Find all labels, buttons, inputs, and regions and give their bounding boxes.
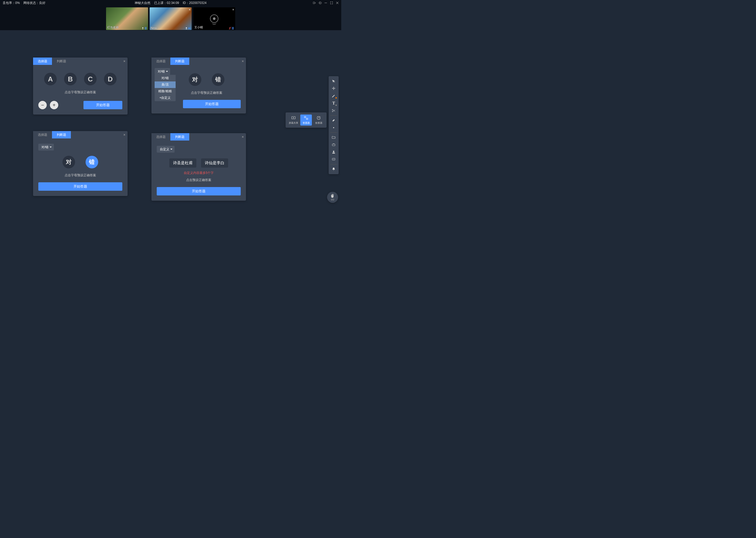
hand-count: 0/2 bbox=[331, 198, 334, 201]
svg-text:A: A bbox=[305, 117, 306, 118]
class-title: 神秘大自然 bbox=[135, 1, 150, 5]
fullscreen-icon[interactable] bbox=[330, 1, 333, 5]
tab-truefalse[interactable]: 判断题 bbox=[170, 58, 189, 65]
custom-option[interactable]: 诗圣是杜甫 bbox=[169, 158, 196, 168]
answer-tool-button[interactable]: AB 答题器 bbox=[300, 115, 312, 126]
hand-raise-button[interactable]: 0/2 bbox=[327, 192, 338, 203]
tab-choice[interactable]: 选择题 bbox=[152, 58, 170, 65]
pen-tool-icon[interactable] bbox=[330, 92, 338, 99]
svg-point-9 bbox=[333, 127, 334, 128]
video-tile-student[interactable]: × Nina bbox=[150, 7, 192, 30]
elapsed-time: 已上课：02:34:09 bbox=[154, 1, 179, 5]
camera-off-icon bbox=[210, 15, 218, 23]
network-status-label: 网络状态：良好 bbox=[24, 1, 45, 5]
popout-label: 抢答器 bbox=[315, 121, 322, 125]
svg-point-11 bbox=[333, 151, 334, 152]
custom-option[interactable]: 诗仙是李白 bbox=[201, 158, 228, 168]
tab-truefalse[interactable]: 判断题 bbox=[52, 58, 71, 65]
start-button[interactable]: 开始答题 bbox=[183, 100, 241, 108]
close-icon[interactable] bbox=[336, 1, 339, 5]
mic-indicator bbox=[185, 27, 190, 29]
tile-close-icon[interactable]: × bbox=[189, 8, 191, 12]
error-text: 自定义内容最多5个字 bbox=[157, 171, 241, 175]
video-tile-student[interactable]: × 王小明 bbox=[193, 7, 235, 30]
panel-close-icon[interactable]: × bbox=[123, 133, 125, 137]
move-tool-icon[interactable] bbox=[330, 85, 338, 92]
question-panel-tf-dropdown: 选择题 判断题 × 对/错 对/错 美/丑 精致/粗糙 +自定义 对 错 点击字… bbox=[152, 58, 246, 114]
scissors-tool-icon[interactable] bbox=[330, 107, 338, 114]
video-name: 叮当老师 bbox=[107, 26, 118, 29]
video-name: 王小明 bbox=[194, 26, 203, 29]
start-button[interactable]: 开始答题 bbox=[83, 101, 122, 109]
hint-text: 点击字母预设正确答案 bbox=[38, 90, 122, 94]
svg-point-1 bbox=[142, 27, 143, 28]
option-b[interactable]: B bbox=[64, 73, 77, 85]
right-toolbar: T bbox=[329, 76, 339, 174]
video-name: Nina bbox=[151, 26, 157, 29]
panel-close-icon[interactable]: × bbox=[242, 59, 244, 63]
question-panel-custom: 选择题 判断题 × 自定义 诗圣是杜甫 诗仙是李白 自定义内容最多5个字 点击预… bbox=[152, 133, 246, 201]
pointer-tool-icon[interactable] bbox=[330, 78, 338, 84]
tf-false[interactable]: 错 bbox=[86, 156, 98, 168]
eraser-tool-icon[interactable] bbox=[330, 117, 338, 124]
settings-icon[interactable] bbox=[318, 1, 322, 5]
tab-truefalse[interactable]: 判断题 bbox=[52, 131, 71, 138]
dropdown-item[interactable]: 美/丑 bbox=[155, 81, 176, 88]
option-d[interactable]: D bbox=[104, 73, 117, 85]
tab-truefalse[interactable]: 判断题 bbox=[170, 133, 189, 140]
brush-size-icon[interactable] bbox=[330, 124, 338, 131]
panel-close-icon[interactable]: × bbox=[242, 135, 244, 139]
start-button[interactable]: 开始答题 bbox=[157, 187, 241, 195]
svg-point-7 bbox=[332, 109, 333, 110]
tools-popout: 屏幕共享 AB 答题器 抢答器 bbox=[286, 112, 327, 128]
option-a[interactable]: A bbox=[44, 73, 57, 85]
packet-loss-label: 丢包率：0% bbox=[3, 1, 20, 5]
screen-share-button[interactable]: 屏幕共享 bbox=[288, 115, 299, 126]
tab-choice[interactable]: 选择题 bbox=[33, 131, 52, 138]
svg-text:B: B bbox=[307, 119, 307, 120]
bell-tool-icon[interactable] bbox=[330, 166, 338, 173]
video-tile-teacher[interactable]: 叮当老师 bbox=[106, 7, 148, 30]
mic-indicator bbox=[142, 27, 147, 29]
remove-option-button[interactable]: − bbox=[38, 101, 47, 109]
start-button[interactable]: 开始答题 bbox=[38, 182, 122, 191]
dropdown-item[interactable]: +自定义 bbox=[155, 94, 176, 101]
chat-tool-icon[interactable] bbox=[330, 156, 338, 163]
camera-icon[interactable] bbox=[312, 1, 316, 5]
type-dropdown[interactable]: 对/错 bbox=[38, 144, 54, 150]
hint-text: 点击预设正确答案 bbox=[157, 178, 241, 182]
type-dropdown[interactable]: 对/错 bbox=[155, 68, 170, 75]
user-tool-icon[interactable] bbox=[330, 149, 338, 155]
type-dropdown[interactable]: 自定义 bbox=[157, 146, 174, 153]
question-panel-mc: 选择题 判断题 × A B C D 点击字母预设正确答案 − + 开始答题 bbox=[33, 58, 127, 115]
tile-close-icon[interactable]: × bbox=[232, 8, 234, 12]
panel-close-icon[interactable]: × bbox=[123, 59, 125, 63]
tab-choice[interactable]: 选择题 bbox=[33, 58, 52, 65]
dropdown-item[interactable]: 对/错 bbox=[155, 75, 176, 81]
popout-label: 答题器 bbox=[303, 121, 310, 125]
popout-label: 屏幕共享 bbox=[289, 121, 298, 125]
svg-point-15 bbox=[334, 159, 334, 159]
tab-choice[interactable]: 选择题 bbox=[152, 133, 170, 140]
folder-tool-icon[interactable] bbox=[330, 134, 338, 141]
svg-point-8 bbox=[332, 111, 333, 112]
mic-indicator bbox=[229, 27, 234, 29]
svg-point-2 bbox=[186, 27, 187, 28]
option-c[interactable]: C bbox=[84, 73, 97, 85]
tf-true[interactable]: 对 bbox=[63, 156, 75, 168]
buzzer-button[interactable]: 抢答器 bbox=[313, 115, 324, 126]
question-panel-tf-selected: 选择题 判断题 × 对/错 对 错 点击字母预设正确答案 开始答题 bbox=[33, 131, 127, 196]
svg-rect-0 bbox=[324, 3, 327, 3]
tf-true[interactable]: 对 bbox=[189, 73, 201, 86]
dropdown-item[interactable]: 精致/粗糙 bbox=[155, 88, 176, 94]
svg-rect-10 bbox=[332, 144, 335, 146]
tf-false[interactable]: 错 bbox=[212, 73, 224, 86]
add-option-button[interactable]: + bbox=[50, 101, 58, 109]
video-strip: 叮当老师 × Nina × 王小明 bbox=[0, 6, 341, 30]
minimize-icon[interactable] bbox=[324, 1, 328, 5]
dropdown-menu: 对/错 美/丑 精致/粗糙 +自定义 bbox=[155, 75, 176, 101]
text-tool-icon[interactable]: T bbox=[330, 100, 338, 107]
hint-text: 点击字母预设正确答案 bbox=[38, 173, 122, 178]
top-bar: 丢包率：0% 网络状态：良好 神秘大自然 已上课：02:34:09 ID：202… bbox=[0, 0, 341, 6]
toolbox-tool-icon[interactable] bbox=[330, 141, 338, 148]
